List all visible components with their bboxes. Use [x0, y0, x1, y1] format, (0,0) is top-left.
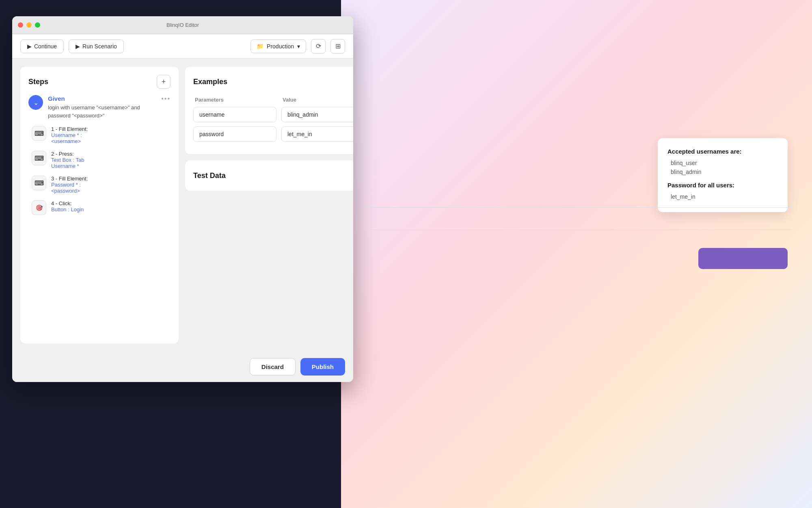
- folder-icon: 📁: [257, 43, 263, 50]
- step-item-2: ⌨ 2 - Press: Text Box : Tab Username *: [32, 151, 171, 169]
- test-data-card: Test Data ⌄: [185, 161, 353, 191]
- layout-icon: ⊞: [335, 42, 341, 50]
- refresh-icon: ⟳: [316, 42, 321, 50]
- add-step-button[interactable]: +: [157, 75, 171, 89]
- given-more-button[interactable]: •••: [161, 95, 171, 102]
- step-1-icon: ⌨: [32, 126, 46, 141]
- window-title: BlinqIO Editor: [166, 22, 199, 28]
- steps-panel: Steps + ⌄ Given login with username "<us…: [20, 67, 179, 343]
- right-panel: Examples + Parameters Value: [185, 67, 353, 343]
- step-4-icon: 🎯: [32, 200, 46, 215]
- steps-header: Steps +: [28, 75, 171, 89]
- step-1-action: 1 - Fill Element:: [51, 126, 171, 132]
- maximize-button[interactable]: [35, 22, 40, 28]
- table-row-2: 🗑: [193, 126, 353, 142]
- divider-2: [365, 230, 792, 230]
- given-step: ⌄ Given login with username "<username>"…: [28, 95, 171, 119]
- divider-1: [365, 207, 792, 208]
- param-input-2[interactable]: [193, 126, 276, 142]
- given-label: Given: [48, 95, 156, 102]
- step-1-target: Username * :<username>: [51, 132, 171, 144]
- examples-card: Examples + Parameters Value: [185, 67, 353, 154]
- step-2-action: 2 - Press:: [51, 151, 171, 157]
- chevron-down-icon: ▾: [297, 43, 300, 50]
- production-dropdown[interactable]: 📁 Production ▾: [251, 39, 306, 53]
- step-4-target: Button : Login: [51, 206, 171, 213]
- test-data-title: Test Data: [193, 172, 226, 180]
- step-3-action: 3 - Fill Element:: [51, 176, 171, 182]
- main-content: Steps + ⌄ Given login with username "<us…: [12, 59, 353, 352]
- titlebar: BlinqIO Editor: [12, 16, 353, 34]
- purple-action-button[interactable]: [698, 248, 788, 269]
- refresh-button[interactable]: ⟳: [311, 39, 326, 54]
- step-2-detail: Username *: [51, 163, 171, 169]
- step-3-icon: ⌨: [32, 176, 46, 190]
- traffic-lights: [18, 22, 40, 28]
- step-4-action: 4 - Click:: [51, 200, 171, 206]
- continue-icon: ▶: [27, 43, 32, 50]
- close-button[interactable]: [18, 22, 23, 28]
- given-expand-button[interactable]: ⌄: [28, 95, 43, 110]
- step-item-3: ⌨ 3 - Fill Element: Password * :<passwor…: [32, 176, 171, 194]
- tooltip-card: Accepted usernames are: blinq_user blinq…: [658, 138, 788, 212]
- play-icon: ▶: [76, 43, 80, 50]
- continue-button[interactable]: ▶ Continue: [20, 39, 64, 53]
- tooltip-accepted-title: Accepted usernames are:: [667, 148, 778, 155]
- toolbar: ▶ Continue ▶ Run Scenario 📁 Production ▾…: [12, 34, 353, 59]
- main-window: BlinqIO Editor ▶ Continue ▶ Run Scenario…: [12, 16, 353, 382]
- tooltip-username-2: blinq_admin: [667, 169, 778, 175]
- value-input-2[interactable]: [281, 126, 353, 142]
- examples-table: Parameters Value 🗑: [193, 97, 353, 142]
- test-data-header: Test Data ⌄: [193, 169, 353, 182]
- footer: Discard Publish: [12, 352, 353, 382]
- parameters-column-header: Parameters: [193, 97, 276, 103]
- value-input-1[interactable]: [281, 107, 353, 122]
- examples-title: Examples: [193, 78, 227, 86]
- step-item-4: 🎯 4 - Click: Button : Login: [32, 200, 171, 215]
- discard-button[interactable]: Discard: [250, 358, 296, 376]
- param-input-1[interactable]: [193, 107, 276, 122]
- table-row-1: 🗑: [193, 107, 353, 122]
- value-column-header: Value: [281, 97, 353, 103]
- given-text: login with username "<username>" and pas…: [48, 104, 156, 119]
- table-header: Parameters Value: [193, 97, 353, 103]
- step-2-target: Text Box : Tab: [51, 157, 171, 163]
- steps-title: Steps: [28, 78, 48, 86]
- publish-button[interactable]: Publish: [300, 358, 345, 376]
- tooltip-password: let_me_in: [667, 193, 778, 200]
- layout-button[interactable]: ⊞: [330, 39, 345, 54]
- tooltip-username-1: blinq_user: [667, 160, 778, 166]
- tooltip-password-title: Password for all users:: [667, 182, 778, 189]
- chevron-icon: ⌄: [33, 99, 39, 106]
- minimize-button[interactable]: [26, 22, 32, 28]
- step-item-1: ⌨ 1 - Fill Element: Username * :<usernam…: [32, 126, 171, 144]
- step-2-icon: ⌨: [32, 151, 46, 165]
- step-3-target: Password * :<password>: [51, 182, 171, 194]
- run-scenario-button[interactable]: ▶ Run Scenario: [69, 39, 124, 53]
- examples-header: Examples +: [193, 75, 353, 89]
